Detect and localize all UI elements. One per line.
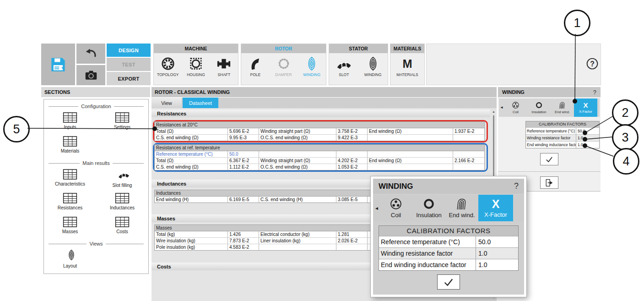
cell-value: 6.169 E-5 — [228, 197, 259, 202]
sidebar-item-inductances[interactable]: Inductances — [110, 190, 135, 214]
winding-tab-bar: ◄ Coil Insulation End wind. X X-Factor — [499, 99, 600, 117]
sidebar-item-settings[interactable]: Settings — [114, 109, 130, 133]
popup-apply-button[interactable] — [437, 274, 460, 290]
coil-label: Coil — [513, 110, 519, 114]
sidebar-item-slot-filling[interactable]: Slot filling — [113, 166, 132, 190]
undo-button[interactable] — [76, 44, 105, 64]
insulation-label: Insulation — [416, 212, 442, 219]
popup-title: WINDING — [379, 182, 413, 191]
end-winding-inductance-factor-field[interactable]: 1.0 — [476, 261, 518, 268]
cell-label: C.S. end winding (Ω) — [155, 164, 228, 170]
housing-button[interactable]: HOUSING — [182, 57, 210, 77]
tab-insulation[interactable]: Insulation — [527, 99, 551, 117]
popup-tab-insulation[interactable]: Insulation — [412, 195, 445, 221]
reference-temperature-field[interactable]: 50.0 — [576, 129, 599, 133]
rotor-damper-button[interactable]: DAMPER — [270, 57, 298, 77]
masses-label: Masses — [62, 229, 78, 234]
winding-resistance-factor-field[interactable]: 1.0 — [476, 250, 518, 257]
table-row: C.S. end winding (Ω) 1.112 E-2 O.C.S. en… — [155, 164, 484, 170]
materials-label: Materials — [61, 148, 80, 153]
annotation-box-red: Resistances at 20°C Total (Ω) 5.696 E-2 … — [153, 120, 488, 142]
sidebar-item-layout[interactable]: Layout — [63, 247, 77, 271]
group-label-main-results: Main results — [49, 160, 144, 166]
table-row: End winding inductance factor 1.0 — [379, 259, 518, 270]
cell-label: End winding (Ω) — [368, 128, 453, 134]
stator-group: STATOR SLOT WINDING — [329, 44, 388, 85]
design-mode-button[interactable]: DESIGN — [107, 44, 151, 57]
cell-label: Total (kg) — [155, 231, 228, 237]
winding-resistance-factor-field[interactable]: 1.0 — [576, 136, 599, 140]
popup-help-button[interactable]: ? — [514, 181, 519, 191]
check-icon — [443, 277, 454, 288]
panel-divider — [498, 171, 601, 172]
tab-coil[interactable]: Coil — [504, 99, 527, 117]
sidebar-item-costs[interactable]: Costs — [115, 214, 130, 238]
apply-button[interactable] — [540, 153, 558, 165]
shaft-button[interactable]: SHAFT — [210, 57, 238, 77]
panel-help-button[interactable]: ? — [593, 89, 596, 96]
end-winding-inductance-factor-field[interactable]: 1.0 — [576, 142, 599, 147]
scroll-left-icon[interactable]: ◄ — [500, 105, 503, 109]
coil-icon — [390, 197, 402, 210]
tab-view[interactable]: View — [152, 98, 182, 108]
machine-group: MACHINE TOPOLOGY HOUSING SHAFT — [153, 44, 238, 85]
help-button[interactable] — [586, 57, 599, 70]
popup-tab-coil[interactable]: Coil — [379, 195, 412, 221]
sidebar-item-masses[interactable]: Masses — [62, 214, 78, 238]
rotor-pole-button[interactable]: POLE — [241, 57, 270, 77]
tab-datasheet[interactable]: Datasheet — [183, 98, 218, 108]
export-mode-button[interactable]: EXPORT — [107, 72, 151, 85]
rotor-group-title: ROTOR — [241, 44, 326, 53]
table-icon — [63, 112, 77, 123]
cell-value: 1.937 E-2 — [453, 128, 484, 134]
cell-value — [453, 164, 484, 170]
popup-tab-x-factor[interactable]: X X-Factor — [478, 195, 513, 221]
scrollbar-thumb[interactable] — [493, 115, 494, 184]
cell-value: 4.583 E-2 — [228, 244, 259, 250]
export-button[interactable] — [540, 176, 558, 189]
sections-panel: Configuration Inputs Settings Materials … — [43, 99, 149, 274]
screenshot-button[interactable] — [76, 65, 105, 85]
cell-label: Total (Ω) — [155, 128, 228, 134]
damper-icon — [277, 57, 291, 71]
stator-winding-button[interactable]: WINDING — [359, 57, 387, 77]
materials-label: MATERIALS — [396, 72, 418, 77]
table-row: C.S. end winding (Ω) 9.95 E-3 O.C.S. end… — [155, 135, 484, 141]
end-winding-label: End wind. — [449, 212, 475, 219]
scroll-up-icon[interactable]: ▲ — [492, 110, 496, 114]
sidebar-item-materials[interactable]: Materials — [61, 133, 80, 157]
reference-temperature-field[interactable]: 50.0 — [476, 238, 518, 246]
callout-2: 2 — [612, 99, 639, 126]
stator-slot-button[interactable]: SLOT — [330, 57, 358, 77]
rotor-winding-button[interactable]: WINDING — [298, 57, 326, 77]
tab-x-factor[interactable]: X X-Factor — [574, 99, 597, 117]
sidebar-item-resistances[interactable]: Resistances — [58, 190, 82, 214]
cell-value: 6.367 E-2 — [228, 158, 259, 164]
costs-label: Costs — [116, 229, 128, 234]
coil-label: Coil — [391, 212, 401, 219]
topology-button[interactable]: TOPOLOGY — [154, 57, 182, 77]
sidebar-item-inputs[interactable]: Inputs — [63, 109, 77, 133]
topology-icon — [161, 57, 175, 71]
winding-icon — [64, 250, 76, 262]
cell-label: End winding (H) — [155, 197, 228, 202]
rotor-winding-label: WINDING — [303, 72, 320, 77]
cell-label: Winding straight part (Ω) — [259, 158, 336, 164]
test-mode-button[interactable]: TEST — [107, 58, 151, 71]
cell-value: 1.053 E-2 — [336, 164, 368, 170]
tab-end-winding[interactable]: End wind. — [551, 99, 574, 117]
cell-label: O.C.S. end winding (Ω) — [259, 164, 336, 170]
table-row: Total (Ω) 5.696 E-2 Winding straight par… — [155, 128, 484, 135]
settings-label: Settings — [114, 125, 130, 130]
scroll-left-icon[interactable]: ◄ — [374, 206, 379, 211]
cell-label: Pole insulation (kg) — [155, 244, 228, 250]
materials-button[interactable]: MATERIALS — [393, 57, 422, 77]
save-button[interactable] — [41, 44, 75, 85]
cell-value: 7.873 E-2 — [228, 238, 259, 244]
mode-switch: DESIGN TEST EXPORT — [107, 44, 151, 86]
sections-header: SECTIONS — [41, 87, 150, 97]
sidebar-item-characteristics[interactable]: Characteristics — [55, 166, 85, 190]
popup-tab-end-winding[interactable]: End wind. — [445, 195, 478, 221]
winding-icon — [305, 57, 319, 71]
machine-group-title: MACHINE — [154, 44, 238, 53]
